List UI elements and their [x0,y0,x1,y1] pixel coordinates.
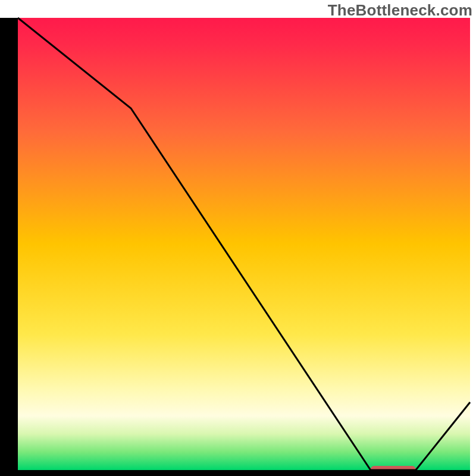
watermark-text: TheBottleneck.com [328,1,472,20]
chart-root: TheBottleneck.com [0,0,476,476]
chart-background [18,18,470,470]
bottleneck-chart [0,0,476,476]
